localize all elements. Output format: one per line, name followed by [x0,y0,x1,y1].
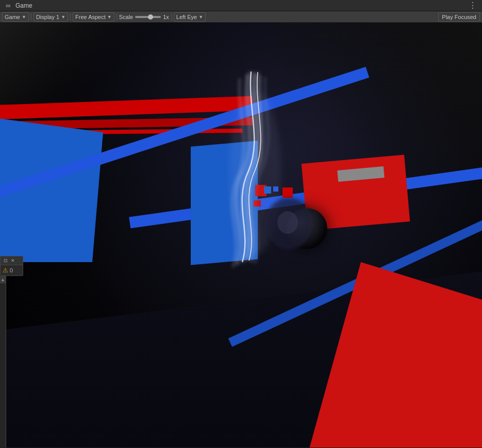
display-dropdown-arrow: ▼ [61,14,65,20]
title-bar-title: Game [15,2,32,9]
display-dropdown-label: Display 1 [36,14,59,20]
scale-slider[interactable] [135,16,161,18]
blue-square-1 [264,186,271,194]
scroll-area: ▲ [0,276,6,447]
separator-3 [117,13,117,21]
left-eye-dropdown[interactable]: Left Eye ▼ [174,12,206,22]
game-viewport[interactable]: ⊡ ✕ ⚠ 0 ▲ [0,23,482,447]
aspect-dropdown-arrow: ▼ [107,14,112,20]
play-focused-label: Play Focused [442,14,476,20]
play-focused-button[interactable]: Play Focused [438,12,480,22]
title-bar: ∞ Game ⋮ [0,0,482,11]
console-panel-header: ⊡ ✕ [1,256,23,265]
blue-rect-center [191,141,258,265]
aspect-dropdown-label: Free Aspect [75,14,106,20]
warning-icon: ⚠ [3,267,8,274]
console-collapse-icon[interactable]: ⊡ [3,257,9,264]
title-bar-left: ∞ Game [4,2,32,10]
scale-label: Scale [119,14,134,20]
red-square-3 [282,187,293,198]
display-dropdown[interactable]: Display 1 ▼ [34,12,68,22]
warning-count: 0 [10,267,13,273]
game-dropdown[interactable]: Game ▼ [2,12,29,22]
console-panel-icons: ⊡ ✕ [3,257,16,264]
scale-value: 1x [163,14,169,20]
console-panel-body: ⚠ 0 [1,265,23,275]
game-dropdown-arrow: ▼ [22,14,26,20]
blue-square-2 [273,186,278,192]
separator-1 [31,13,31,21]
title-bar-menu-icon[interactable]: ⋮ [469,1,478,10]
aspect-dropdown[interactable]: Free Aspect ▼ [73,12,114,22]
left-eye-label: Left Eye [176,14,197,20]
dark-orb [286,208,327,249]
separator-2 [70,13,71,21]
console-close-icon[interactable]: ✕ [10,257,16,264]
corner-shadow-tr [276,23,482,177]
game-dropdown-label: Game [5,14,20,20]
left-eye-dropdown-arrow: ▼ [198,14,203,20]
red-square-2 [254,200,261,206]
scale-control: Scale 1x [119,14,169,20]
scale-thumb[interactable] [148,14,153,20]
console-panel: ⊡ ✕ ⚠ 0 [0,256,23,276]
separator-4 [171,13,172,21]
scroll-up-button[interactable]: ▲ [0,276,6,283]
game-tab-icon: ∞ [4,2,12,10]
toolbar: Game ▼ Display 1 ▼ Free Aspect ▼ Scale 1… [0,11,482,23]
